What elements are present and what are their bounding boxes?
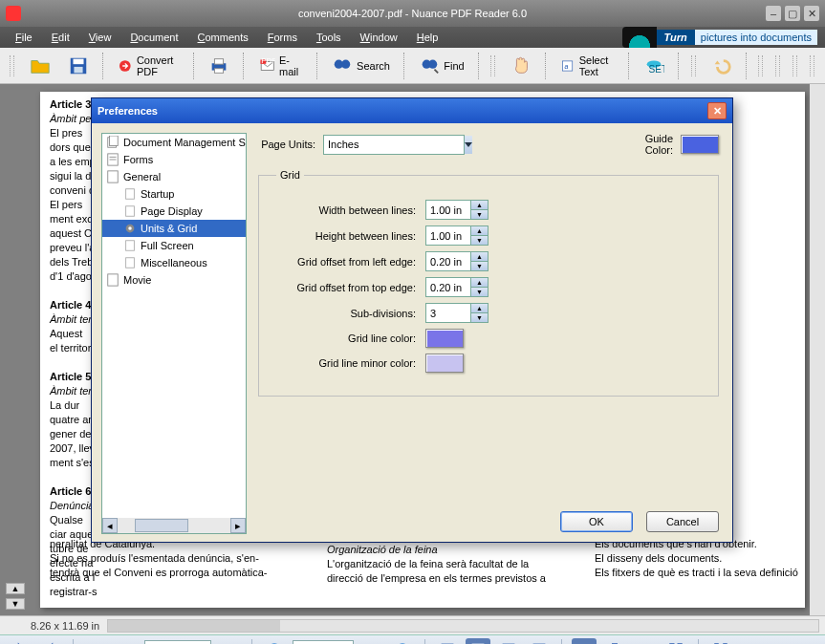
category-document-management[interactable]: Document Management S: [102, 134, 246, 151]
horizontal-scrollbar[interactable]: [107, 619, 819, 633]
spin-down-icon[interactable]: ▼: [471, 313, 488, 322]
menu-forms[interactable]: Forms: [260, 30, 305, 45]
toolbar-grip[interactable]: [758, 55, 764, 76]
ok-button[interactable]: OK: [560, 511, 633, 532]
print-button[interactable]: [202, 52, 236, 80]
page-units-value[interactable]: [324, 136, 464, 154]
toolbar-grip[interactable]: [490, 55, 496, 76]
fit-visible-button[interactable]: [527, 638, 552, 645]
toolbar-grip[interactable]: [691, 55, 697, 76]
preferences-dialog: Preferences ✕ Document Management S Form…: [91, 97, 733, 543]
zoom-in-button[interactable]: [390, 638, 415, 645]
page-dropdown-button[interactable]: [217, 638, 242, 645]
cancel-button[interactable]: Cancel: [646, 511, 719, 532]
svg-rect-5: [215, 58, 224, 63]
width-spinner[interactable]: ▲▼: [425, 200, 488, 220]
spin-down-icon[interactable]: ▼: [471, 288, 488, 296]
spin-down-icon[interactable]: ▼: [471, 262, 488, 270]
page-number-input[interactable]: [144, 640, 211, 645]
maximize-button[interactable]: ▢: [785, 6, 800, 21]
undo-button[interactable]: [705, 52, 739, 80]
single-page-button[interactable]: [572, 638, 597, 645]
fullscreen-button[interactable]: [708, 638, 733, 645]
rotate-ccw-button[interactable]: [8, 638, 33, 645]
search-button[interactable]: Search: [325, 52, 397, 80]
dialog-close-button[interactable]: ✕: [707, 102, 727, 119]
actual-size-button[interactable]: 1:1: [435, 638, 460, 645]
spin-up-icon[interactable]: ▲: [471, 304, 488, 313]
spin-down-icon[interactable]: ▼: [471, 236, 488, 245]
find-button[interactable]: Find: [412, 52, 470, 80]
category-list[interactable]: Document Management S Forms General Star…: [101, 133, 247, 534]
doc-subheading: Organització de la feina: [327, 544, 438, 555]
menu-view[interactable]: View: [81, 30, 119, 45]
height-spinner[interactable]: ▲▼: [425, 225, 488, 246]
grid-color-label: Grid line color:: [276, 333, 416, 344]
menu-edit[interactable]: Edit: [44, 30, 77, 45]
continuous-button[interactable]: [602, 638, 627, 645]
page-units-combo[interactable]: [323, 135, 465, 155]
category-units-grid[interactable]: Units & Grid: [102, 220, 246, 237]
top-offset-spinner[interactable]: ▲▼: [425, 277, 488, 297]
facing-button[interactable]: [633, 638, 658, 645]
fit-width-button[interactable]: [496, 638, 521, 645]
close-button[interactable]: ✕: [804, 6, 819, 21]
dropdown-icon[interactable]: [464, 136, 472, 154]
menu-help[interactable]: Help: [409, 30, 446, 45]
next-view-arrow-icon[interactable]: ▼: [6, 598, 25, 610]
select-text-label: Select Text: [579, 54, 615, 77]
toolbar-grip[interactable]: [10, 55, 15, 76]
category-hscrollbar[interactable]: ◂ ▸: [102, 518, 246, 533]
menu-comments[interactable]: Comments: [190, 30, 256, 45]
menu-tools[interactable]: Tools: [309, 30, 349, 45]
hand-tool-button[interactable]: [504, 52, 538, 80]
category-page-display[interactable]: Page Display: [102, 203, 246, 220]
toolbar-grip[interactable]: [775, 55, 781, 76]
left-offset-spinner[interactable]: ▲▼: [425, 251, 488, 271]
toolbar-grip[interactable]: [792, 55, 798, 76]
spin-up-icon[interactable]: ▲: [471, 226, 488, 236]
scroll-right-icon[interactable]: ▸: [230, 518, 246, 533]
grid-minor-color-swatch[interactable]: [425, 354, 464, 373]
dialog-titlebar[interactable]: Preferences ✕: [92, 98, 732, 123]
menu-window[interactable]: Window: [353, 30, 405, 45]
vertical-scrollbar[interactable]: [810, 84, 825, 615]
spin-up-icon[interactable]: ▲: [471, 201, 488, 210]
fit-page-button[interactable]: [466, 638, 490, 645]
spin-up-icon[interactable]: ▲: [471, 278, 488, 288]
next-page-button[interactable]: [114, 638, 139, 645]
svg-rect-46: [108, 171, 119, 182]
continuous-facing-button[interactable]: [663, 638, 688, 645]
grid-color-swatch[interactable]: [425, 329, 464, 348]
set-button[interactable]: SET: [637, 52, 671, 80]
scroll-left-icon[interactable]: ◂: [102, 518, 118, 533]
subdivisions-spinner[interactable]: ▲▼: [425, 303, 488, 323]
spin-down-icon[interactable]: ▼: [471, 210, 488, 219]
email-button[interactable]: PDFE-mail: [252, 51, 310, 81]
open-button[interactable]: [23, 52, 57, 80]
spin-up-icon[interactable]: ▲: [471, 252, 488, 262]
convert-pdf-button[interactable]: Convert PDF: [111, 51, 186, 81]
search-label: Search: [357, 60, 390, 72]
category-miscellaneous[interactable]: Miscellaneous: [102, 254, 246, 271]
zoom-out-button[interactable]: [262, 638, 287, 645]
guide-color-swatch[interactable]: [681, 135, 719, 154]
category-full-screen[interactable]: Full Screen: [102, 237, 246, 254]
select-text-button[interactable]: aSelect Text: [554, 51, 621, 81]
category-general[interactable]: General: [102, 168, 246, 185]
category-forms[interactable]: Forms: [102, 151, 246, 168]
prev-page-button[interactable]: [83, 638, 108, 645]
prev-view-arrow-icon[interactable]: ▲: [6, 583, 25, 594]
category-movie[interactable]: Movie: [102, 271, 246, 289]
menu-file[interactable]: File: [8, 30, 40, 45]
menu-document[interactable]: Document: [122, 30, 185, 45]
save-button[interactable]: [61, 52, 96, 80]
zoom-input[interactable]: [293, 640, 354, 645]
rotate-cw-button[interactable]: [38, 638, 63, 645]
category-startup[interactable]: Startup: [102, 185, 246, 203]
minimize-button[interactable]: –: [766, 6, 781, 21]
toolbar-grip[interactable]: [810, 55, 815, 76]
promo-banner[interactable]: Turn pictures into documents: [622, 27, 817, 48]
zoom-dropdown-button[interactable]: [359, 638, 384, 645]
svg-rect-42: [110, 136, 119, 146]
